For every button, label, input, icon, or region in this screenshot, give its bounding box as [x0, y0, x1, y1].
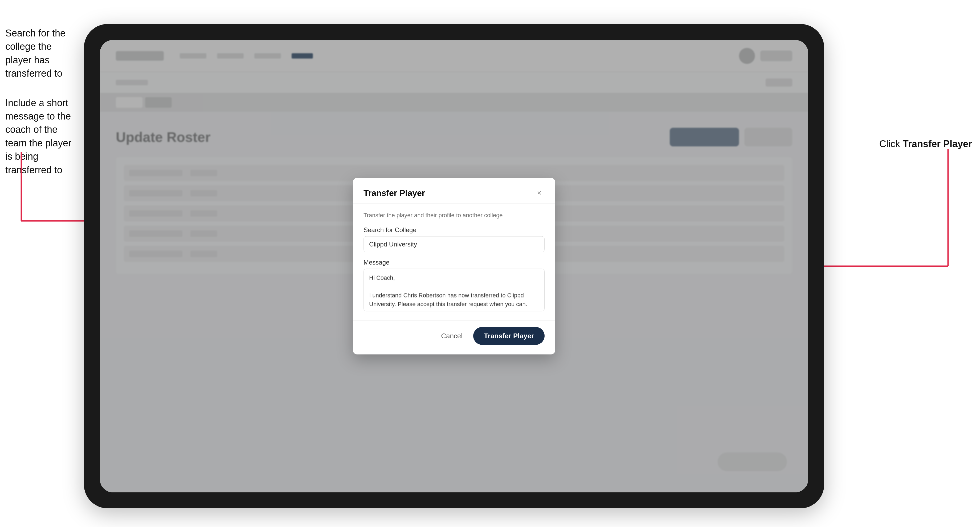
tablet-frame: Update Roster — [84, 24, 824, 508]
tablet-screen: Update Roster — [100, 40, 808, 492]
modal-body: Transfer the player and their profile to… — [353, 204, 555, 321]
transfer-player-modal: Transfer Player × Transfer the player an… — [353, 178, 555, 354]
annotation-transfer-bold: Transfer Player — [903, 138, 972, 149]
annotation-text-2: Include a short message to the coach of … — [5, 96, 80, 177]
annotation-text-1: Search for the college the player has tr… — [5, 27, 80, 80]
modal-title: Transfer Player — [363, 188, 425, 198]
annotation-left: Search for the college the player has tr… — [5, 27, 80, 177]
annotation-click-text: Click — [879, 138, 903, 149]
message-label: Message — [363, 259, 545, 266]
annotation-right: Click Transfer Player — [879, 138, 972, 149]
search-label: Search for College — [363, 226, 545, 234]
modal-footer: Cancel Transfer Player — [353, 321, 555, 354]
modal-subtitle: Transfer the player and their profile to… — [363, 212, 545, 219]
search-college-input[interactable] — [363, 237, 545, 252]
transfer-player-button[interactable]: Transfer Player — [473, 327, 545, 345]
modal-close-button[interactable]: × — [534, 187, 545, 198]
message-textarea[interactable] — [363, 269, 545, 311]
modal-backdrop: Transfer Player × Transfer the player an… — [100, 40, 808, 492]
cancel-button[interactable]: Cancel — [436, 329, 468, 343]
modal-header: Transfer Player × — [353, 178, 555, 204]
